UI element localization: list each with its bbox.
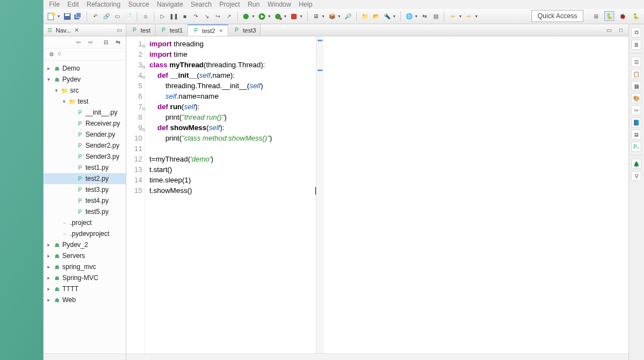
pause-icon[interactable]: ❚❚ (169, 12, 178, 21)
tree-item-spring_mvc[interactable]: ▸☗spring_mvc (44, 261, 126, 272)
tree-item-sender2-py[interactable]: PSender2.py (44, 140, 126, 151)
navigator-header[interactable]: ☰ Nav... ✕ ▭ (44, 24, 126, 36)
tree-item--pydevproject[interactable]: ▫.pydevproject (44, 228, 126, 239)
save-all-icon[interactable] (74, 12, 83, 21)
editor-tab-test2[interactable]: Ptest2✕ (188, 24, 229, 36)
link-editor-icon[interactable]: ⇆ (114, 38, 122, 47)
fold-icon[interactable]: ⊖ (140, 72, 146, 78)
menu-source[interactable]: Source (128, 1, 149, 8)
doc-icon[interactable]: 📄 (124, 12, 133, 21)
back-icon[interactable]: ⇦ (448, 12, 457, 21)
code-line-2[interactable]: import time (149, 49, 316, 60)
stop-icon[interactable]: ■ (180, 12, 189, 21)
menu-refactoring[interactable]: Refactoring (87, 1, 120, 8)
code-line-12[interactable]: t=myThread('demo') (149, 154, 316, 164)
run-icon[interactable] (257, 12, 266, 21)
line-number[interactable]: 5 (126, 80, 142, 91)
filter-nav-icon[interactable]: ⚙ (47, 50, 56, 59)
rail-outline-icon[interactable]: ☰ (631, 57, 641, 67)
overview-ruler[interactable] (316, 36, 324, 353)
menu-help[interactable]: Help (299, 1, 313, 8)
fold-icon[interactable]: ⊖ (140, 62, 146, 67)
menu-run[interactable]: Run (248, 1, 260, 8)
code-line-11[interactable] (149, 143, 316, 154)
restore-icon[interactable]: ⧉ (631, 28, 641, 37)
tree-item-test4-py[interactable]: Ptest4.py (44, 195, 126, 206)
tree-item-pydev_2[interactable]: ▸☗Pydev_2 (44, 239, 126, 250)
save-icon[interactable] (63, 12, 72, 21)
rail-snippets-icon[interactable]: ✂ (631, 105, 641, 115)
tree-item-spring-mvc[interactable]: ▸☗Spring-MVC (44, 272, 126, 283)
step-return-icon[interactable]: ↗ (224, 12, 233, 21)
undo-toolbar-icon[interactable]: ↶ (91, 12, 100, 21)
tree-item-tttt[interactable]: ▸☗TTTT (44, 283, 126, 294)
code-line-6[interactable]: self.name=name (149, 91, 316, 101)
navigator-scrollbar[interactable] (44, 353, 126, 360)
editor-tab-test1[interactable]: Ptest1 (155, 24, 188, 36)
external-tools-icon[interactable] (289, 12, 298, 21)
line-number[interactable]: 15 (126, 185, 142, 196)
line-number[interactable]: 9⊖ (126, 122, 142, 133)
outline-icon[interactable]: ≣ (631, 40, 641, 50)
tree-item-sender-py[interactable]: PSender.py (44, 129, 126, 140)
resume-icon[interactable]: ▷ (158, 12, 167, 21)
menu-edit[interactable]: Edit (67, 1, 79, 8)
tree-item--project[interactable]: ▫.project (44, 217, 126, 228)
rail-server-icon[interactable]: 🖥 (631, 130, 641, 139)
tree-item-receiver-py[interactable]: PReceiver.py (44, 118, 126, 129)
tree-item-test3-py[interactable]: Ptest3.py (44, 184, 126, 195)
line-number[interactable]: 14 (126, 175, 142, 185)
line-number[interactable]: 3⊖ (126, 60, 142, 70)
fwd-nav-icon[interactable]: ⇨ (86, 38, 95, 47)
navigator-tree[interactable]: ▸☗Demo▾☗Pydev▾📁src▾📁testP__init__.pyPRec… (44, 61, 126, 353)
line-number[interactable]: 4⊖ (126, 70, 142, 80)
filter-drop-icon[interactable]: ▽ (58, 52, 61, 57)
minimize-icon[interactable]: ▭ (115, 26, 124, 35)
line-number[interactable]: 6 (126, 91, 142, 101)
code-editor[interactable]: 1⊖23⊖4⊖567⊖89⊖101112131415 import thread… (126, 36, 629, 353)
pydev-perspective-icon[interactable]: 🐍 (604, 11, 614, 21)
code-line-13[interactable]: t.start() (149, 164, 316, 175)
menu-file[interactable]: File (49, 1, 60, 8)
new-icon[interactable] (47, 12, 56, 21)
chevron-down-icon[interactable]: ▾ (46, 77, 51, 82)
chevron-down-icon[interactable]: ▾ (53, 88, 59, 93)
rail-tree-icon[interactable]: 🌲 (631, 159, 641, 169)
line-number[interactable]: 8 (126, 112, 142, 122)
rail-palette-icon[interactable]: 🎨 (631, 93, 641, 103)
line-gutter[interactable]: 1⊖23⊖4⊖567⊖89⊖101112131415 (126, 36, 145, 353)
line-number[interactable]: 10 (126, 133, 142, 143)
code-line-3[interactable]: class myThread(threading.Thread): (149, 60, 316, 70)
web-icon[interactable]: 🌐 (405, 12, 414, 21)
step-icon[interactable]: ↷ (191, 12, 200, 21)
editor-scrollbar[interactable] (126, 353, 629, 360)
tree-item-__init__-py[interactable]: P__init__.py (44, 107, 126, 118)
code-line-15[interactable]: t.showMess() (149, 185, 316, 196)
line-number[interactable]: 2 (126, 49, 142, 60)
rail-python-icon[interactable]: Pᵤ (631, 142, 641, 152)
forward-icon[interactable]: ⇨ (464, 12, 473, 21)
open-type-icon[interactable]: 🔎 (344, 12, 352, 21)
menu-project[interactable]: Project (219, 1, 240, 8)
link-icon[interactable]: 🔗 (102, 12, 111, 21)
line-number[interactable]: 1⊖ (126, 39, 142, 49)
new-server-icon[interactable]: 🖥 (312, 12, 320, 21)
sync-icon[interactable]: ⇆ (420, 12, 429, 21)
debug-icon[interactable] (242, 12, 250, 21)
rail-book-icon[interactable]: 📘 (631, 117, 641, 127)
filter-icon[interactable]: ▤ (431, 12, 440, 21)
rail-vars-icon[interactable]: ⚲ (631, 171, 641, 181)
quick-access-input[interactable]: Quick Access (532, 10, 583, 22)
step-over-icon[interactable]: ↪ (213, 12, 222, 21)
code-line-5[interactable]: threading.Thread.__init__(self) (149, 80, 316, 91)
collapse-all-icon[interactable]: ⊟ (101, 38, 110, 47)
fold-icon[interactable]: ⊖ (140, 125, 146, 130)
menu-navigate[interactable]: Navigate (157, 1, 183, 8)
line-number[interactable]: 13 (126, 164, 142, 175)
line-number[interactable]: 12 (126, 154, 142, 164)
tree-item-servers[interactable]: ▸☗Servers (44, 250, 126, 261)
menu-search[interactable]: Search (191, 1, 212, 8)
rail-tasklist-icon[interactable]: 📋 (631, 69, 641, 79)
rail-table-icon[interactable]: ▦ (631, 81, 641, 91)
box-icon[interactable]: ▭ (113, 12, 122, 21)
